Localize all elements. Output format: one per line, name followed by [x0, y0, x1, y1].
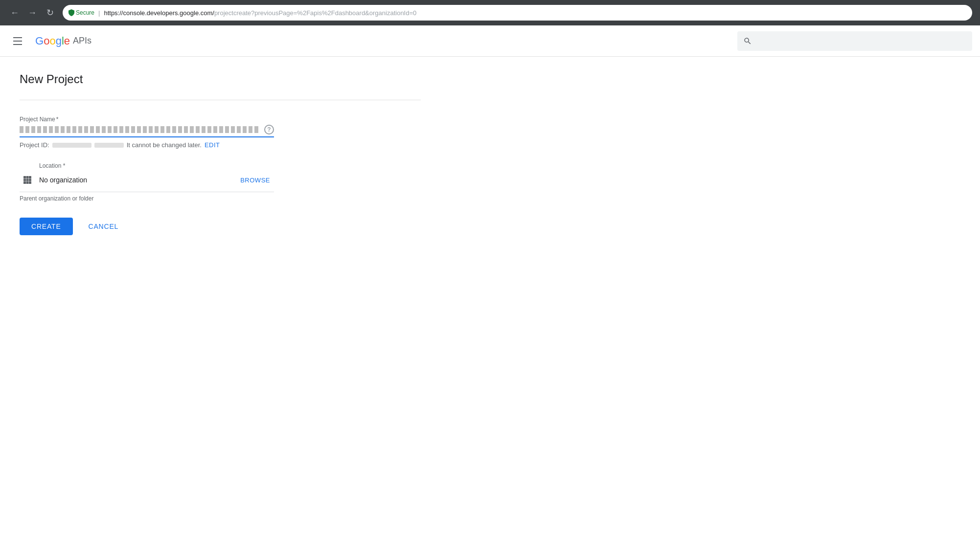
svg-rect-0 [23, 176, 26, 178]
svg-rect-3 [23, 179, 26, 181]
project-id-line: Project ID: It cannot be changed later. … [20, 141, 274, 149]
divider [20, 100, 421, 100]
svg-rect-6 [23, 181, 26, 184]
browse-link[interactable]: BROWSE [236, 173, 274, 188]
project-name-input[interactable] [20, 126, 260, 133]
forward-button[interactable]: → [25, 6, 39, 20]
project-id-redacted-1 [52, 143, 91, 148]
no-change-text: It cannot be changed later. [127, 141, 202, 149]
logo-apis-text: APIs [73, 36, 91, 46]
logo-google-text: Google [35, 35, 70, 47]
menu-button[interactable] [8, 31, 27, 51]
svg-rect-5 [29, 179, 31, 181]
reload-icon: ↻ [46, 7, 54, 18]
svg-rect-7 [26, 181, 29, 184]
buttons-row: CREATE CANCEL [20, 218, 274, 235]
back-icon: ← [10, 8, 19, 18]
page-title: New Project [20, 72, 421, 86]
back-button[interactable]: ← [8, 6, 22, 20]
search-input[interactable] [756, 37, 966, 45]
location-hint: Parent organization or folder [20, 195, 274, 202]
grid-icon [23, 175, 32, 185]
search-icon [743, 37, 752, 45]
svg-rect-4 [26, 179, 29, 181]
project-name-field: Project Name * ? Project ID: It cannot b… [20, 116, 274, 149]
help-icon[interactable]: ? [264, 125, 274, 134]
logo[interactable]: Google APIs [35, 35, 91, 47]
svg-rect-1 [26, 176, 29, 178]
address-bar[interactable]: Secure | https://console.developers.goog… [63, 5, 972, 21]
svg-rect-8 [29, 181, 31, 184]
project-name-input-wrapper: ? [20, 125, 274, 137]
browser-chrome: ← → ↻ Secure | https://console.developer… [0, 0, 980, 25]
forward-icon: → [28, 8, 37, 18]
location-icon [20, 172, 35, 188]
url-text: https://console.developers.google.com/pr… [104, 9, 416, 17]
project-id-label: Project ID: [20, 141, 49, 149]
search-bar[interactable] [737, 31, 972, 51]
location-label: Location * [20, 162, 274, 169]
browser-nav: ← → ↻ [8, 6, 57, 20]
cancel-button[interactable]: CANCEL [77, 218, 131, 235]
project-id-redacted-2 [94, 143, 124, 148]
svg-rect-2 [29, 176, 31, 178]
edit-link[interactable]: EDIT [205, 141, 220, 149]
secure-indicator: Secure [68, 9, 94, 16]
create-button[interactable]: CREATE [20, 218, 73, 235]
location-row: No organization BROWSE [20, 172, 274, 192]
app-header: Google APIs [0, 25, 980, 57]
new-project-form: Project Name * ? Project ID: It cannot b… [20, 116, 274, 235]
location-section: Location * No [20, 162, 274, 202]
location-value: No organization [39, 176, 236, 184]
reload-button[interactable]: ↻ [43, 6, 57, 20]
project-name-label: Project Name * [20, 116, 274, 123]
main-content: New Project Project Name * ? Project ID:… [0, 57, 440, 251]
